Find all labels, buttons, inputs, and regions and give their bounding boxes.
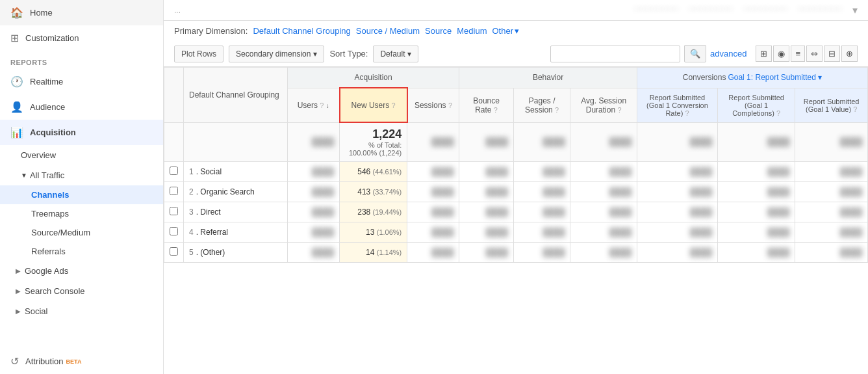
top-bar-dropdown[interactable]: ▾ xyxy=(852,4,858,16)
acquisition-section-label: Acquisition xyxy=(355,73,392,82)
sidebar-item-all-traffic[interactable]: ▼ All Traffic xyxy=(0,165,163,185)
bounce-rate-help-icon[interactable]: ? xyxy=(494,106,498,114)
secondary-dimension-dropdown[interactable]: Secondary dimension ▾ xyxy=(229,46,324,62)
row3-new-users: 238 (19.44%) xyxy=(340,202,407,222)
row5-channel-link[interactable]: (Other) xyxy=(200,248,225,257)
sidebar-item-audience[interactable]: 👤 Audience xyxy=(0,94,163,120)
top-bar-item3: ──────── xyxy=(743,4,787,16)
total-checkbox-cell xyxy=(164,122,184,162)
sidebar-item-social[interactable]: ▶ Social xyxy=(0,301,163,321)
row2-new-users-val: 413 xyxy=(357,187,370,196)
sidebar-item-search-console[interactable]: ▶ Search Console xyxy=(0,281,163,301)
row3-checkbox-input[interactable] xyxy=(170,207,178,215)
list-view-button[interactable]: ≡ xyxy=(791,46,805,62)
row4-bounce: ████ xyxy=(459,222,514,243)
pages-session-help-icon[interactable]: ? xyxy=(555,106,559,114)
sidebar-item-channels[interactable]: Channels xyxy=(0,185,163,204)
sidebar-item-source-medium[interactable]: Source/Medium xyxy=(0,223,163,242)
row5-checkbox-input[interactable] xyxy=(170,247,178,256)
sidebar-item-acquisition[interactable]: 📊 Acquisition xyxy=(0,120,163,145)
row5-pages: ████ xyxy=(513,243,570,263)
sidebar-item-referrals[interactable]: Referrals xyxy=(0,242,163,261)
row2-checkbox-input[interactable] xyxy=(170,187,178,195)
primary-dim-source[interactable]: Source xyxy=(425,26,452,36)
sidebar-item-customization[interactable]: ⊞ Customization xyxy=(0,25,163,51)
primary-dim-medium[interactable]: Medium xyxy=(457,26,487,36)
row1-new-users-pct: (44.61%) xyxy=(373,168,402,176)
advanced-link[interactable]: advanced xyxy=(710,49,747,59)
row3-bounce: ████ xyxy=(459,202,514,222)
th-users: Users ? ↓ xyxy=(288,88,340,122)
row4-avg: ████ xyxy=(570,222,637,243)
sessions-help-icon[interactable]: ? xyxy=(448,101,452,109)
row1-channel-link[interactable]: Social xyxy=(200,167,222,176)
primary-dim-source-medium[interactable]: Source / Medium xyxy=(356,26,420,36)
pivot-view-button[interactable]: ⊟ xyxy=(824,46,840,62)
row1-checkbox[interactable] xyxy=(164,162,184,182)
users-help-icon[interactable]: ? xyxy=(320,101,324,109)
goal-dropdown[interactable]: Goal 1: Report Submitted ▾ xyxy=(728,73,822,82)
row2-checkbox[interactable] xyxy=(164,182,184,202)
row2-channel-link[interactable]: Organic Search xyxy=(200,187,254,196)
users-sort-arrow[interactable]: ↓ xyxy=(326,102,329,109)
sidebar-item-realtime[interactable]: 🕐 Realtime xyxy=(0,69,163,94)
row2-value: ████ xyxy=(795,182,868,202)
total-avg-session-cell: ████ xyxy=(570,122,637,162)
compare-view-button[interactable]: ⇔ xyxy=(806,46,823,62)
report-conv-rate-header-text: Report Submitted (Goal 1 Conversion Rate… xyxy=(646,94,708,117)
other-label: Other xyxy=(492,26,513,36)
table-row: 1. Social ████ 546 (44.61%) ████ ████ ██… xyxy=(164,162,868,182)
search-input[interactable] xyxy=(550,46,680,62)
row4-checkbox-input[interactable] xyxy=(170,227,178,235)
breadcrumb-dots: ... xyxy=(174,6,181,15)
behavior-section-label: Behavior xyxy=(533,73,563,82)
sidebar-item-treemaps[interactable]: Treemaps xyxy=(0,204,163,223)
row5-num: 5 xyxy=(189,248,196,257)
secondary-dim-arrow: ▾ xyxy=(313,49,317,59)
sort-type-dropdown[interactable]: Default ▾ xyxy=(373,46,418,62)
row1-num: 1 xyxy=(189,167,196,176)
google-ads-arrow: ▶ xyxy=(16,267,21,274)
row3-channel-link[interactable]: Direct xyxy=(200,207,220,217)
total-completions-cell: ████ xyxy=(717,122,795,162)
multi-view-button[interactable]: ⊕ xyxy=(841,46,858,62)
users-header-text: Users xyxy=(298,101,318,110)
avg-session-help-icon[interactable]: ? xyxy=(617,106,621,114)
row3-value: ████ xyxy=(795,202,868,222)
row1-checkbox-input[interactable] xyxy=(170,167,178,175)
row2-channel: 2. Organic Search xyxy=(184,182,288,202)
row5-avg: ████ xyxy=(570,243,637,263)
table-view-button[interactable]: ⊞ xyxy=(756,46,772,62)
row4-conv: ████ xyxy=(637,222,717,243)
row2-users: ████ xyxy=(288,182,340,202)
row5-checkbox[interactable] xyxy=(164,243,184,263)
total-bounce-cell: ████ xyxy=(459,122,514,162)
sidebar-item-overview[interactable]: Overview xyxy=(0,145,163,165)
pie-view-button[interactable]: ◉ xyxy=(773,46,789,62)
primary-dim-active[interactable]: Default Channel Grouping xyxy=(253,26,350,36)
row4-checkbox[interactable] xyxy=(164,222,184,243)
total-pages-cell: ████ xyxy=(513,122,570,162)
other-dropdown-arrow: ▾ xyxy=(515,26,519,36)
sidebar-item-home[interactable]: 🏠 Home xyxy=(0,0,163,25)
plot-rows-button[interactable]: Plot Rows xyxy=(174,46,223,62)
primary-dim-other[interactable]: Other ▾ xyxy=(492,26,519,36)
sidebar-item-google-ads[interactable]: ▶ Google Ads xyxy=(0,261,163,281)
attribution-label: Attribution xyxy=(25,356,64,366)
new-users-help-icon[interactable]: ? xyxy=(392,101,396,109)
row3-pages: ████ xyxy=(513,202,570,222)
new-users-header-text: New Users xyxy=(351,101,390,110)
th-report-value: Report Submitted (Goal 1 Value) ? xyxy=(795,88,868,122)
report-value-help-icon[interactable]: ? xyxy=(853,105,857,113)
row4-pages: ████ xyxy=(513,222,570,243)
row1-users: ████ xyxy=(288,162,340,182)
row3-checkbox[interactable] xyxy=(164,202,184,222)
row1-bounce: ████ xyxy=(459,162,514,182)
report-conv-rate-help-icon[interactable]: ? xyxy=(685,109,689,117)
goal-label: Goal 1: Report Submitted xyxy=(728,73,815,82)
sidebar-item-attribution[interactable]: ↺ Attribution BETA xyxy=(0,349,163,374)
row5-value: ████ xyxy=(795,243,868,263)
row4-channel-link[interactable]: Referral xyxy=(200,228,228,237)
report-completions-help-icon[interactable]: ? xyxy=(776,109,780,117)
search-button[interactable]: 🔍 xyxy=(684,45,706,62)
